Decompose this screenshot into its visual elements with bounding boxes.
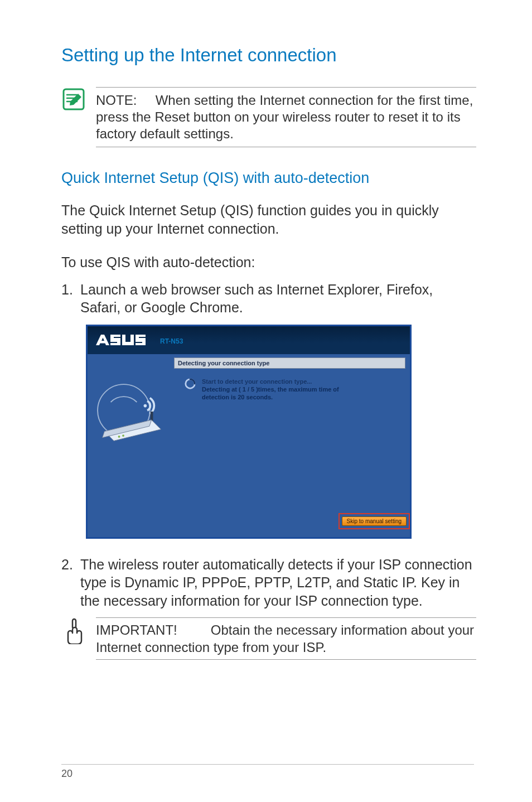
- step-number: 1.: [61, 281, 80, 317]
- note-block: NOTE: When setting the Internet connecti…: [61, 87, 476, 147]
- loading-spinner-icon: [184, 378, 196, 390]
- skip-button[interactable]: Skip to manual setting: [342, 516, 407, 526]
- note-label: NOTE:: [96, 93, 137, 108]
- important-text: IMPORTANT! Obtain the necessary informat…: [96, 621, 476, 656]
- model-label: RT-N53: [160, 337, 183, 345]
- qis-screenshot: RT-N53 Detecting your connection: [86, 325, 412, 539]
- page-title: Setting up the Internet connection: [61, 45, 476, 66]
- important-block: IMPORTANT! Obtain the necessary informat…: [61, 617, 476, 660]
- router-illustration: [93, 369, 170, 452]
- step-2: 2. The wireless router automatically det…: [61, 555, 476, 610]
- instruction-lead: To use QIS with auto-detection:: [61, 253, 476, 272]
- note-text: NOTE: When setting the Internet connecti…: [96, 92, 476, 142]
- screenshot-header: RT-N53: [88, 326, 410, 354]
- intro-paragraph: The Quick Internet Setup (QIS) function …: [61, 201, 476, 238]
- step-body: Launch a web browser such as Internet Ex…: [80, 281, 476, 317]
- step-body: The wireless router automatically detect…: [80, 555, 476, 610]
- detect-msg-line1: Start to detect your connection type...: [202, 378, 339, 385]
- detect-msg-line2: Detecting at ( 1 / 5 )times, the maximum…: [202, 385, 339, 393]
- svg-point-2: [144, 404, 147, 407]
- skip-highlight-box: Skip to manual setting: [338, 513, 410, 529]
- svg-point-4: [118, 436, 120, 438]
- important-icon: [61, 617, 86, 644]
- important-label: IMPORTANT!: [96, 622, 177, 637]
- section-heading: Quick Internet Setup (QIS) with auto-det…: [61, 170, 476, 187]
- asus-logo: [95, 332, 157, 348]
- step-1: 1. Launch a web browser such as Internet…: [61, 281, 476, 317]
- panel-title: Detecting your connection type: [174, 357, 405, 369]
- page-number: 20: [61, 764, 474, 780]
- detect-message: Start to detect your connection type... …: [202, 378, 339, 402]
- router-illustration-pane: [88, 352, 174, 511]
- detect-msg-line3: detection is 20 seconds.: [202, 393, 339, 401]
- step-number: 2.: [61, 555, 80, 610]
- note-icon: [61, 87, 86, 112]
- svg-point-5: [122, 434, 124, 437]
- note-body: When setting the Internet connection for…: [96, 93, 473, 141]
